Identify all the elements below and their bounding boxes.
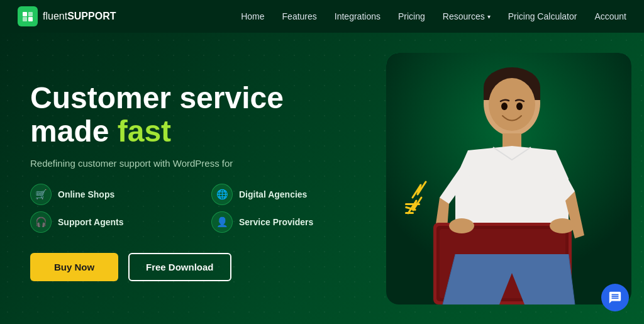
- svg-rect-0: [23, 12, 27, 16]
- chat-icon: [608, 291, 622, 304]
- hero-content: Customer service made fast Redefining cu…: [0, 33, 380, 324]
- feature-support-agents: 🎧 Support Agents: [30, 211, 199, 233]
- feature-digital-agencies: 🌐 Digital Agencies: [211, 184, 380, 205]
- svg-point-11: [516, 103, 523, 110]
- hero-image-container: [386, 53, 631, 304]
- chat-support-bubble[interactable]: [601, 284, 629, 311]
- free-download-button[interactable]: Free Download: [128, 253, 231, 281]
- logo-icon: [18, 6, 38, 26]
- nav-link-resources[interactable]: Resources ▾: [443, 11, 491, 21]
- feature-list: 🛒 Online Shops 🌐 Digital Agencies 🎧 Supp…: [30, 184, 380, 233]
- nav-item-home[interactable]: Home: [241, 11, 264, 22]
- feature-service-providers: 👤 Service Providers: [211, 211, 380, 233]
- hero-section: Customer service made fast Redefining cu…: [0, 33, 644, 324]
- hero-subtext: Redefining customer support with WordPre…: [30, 158, 380, 169]
- digital-agencies-label: Digital Agencies: [239, 189, 307, 199]
- svg-point-9: [489, 78, 535, 131]
- accent-decoration: [405, 203, 420, 216]
- hero-person-illustration: [386, 53, 631, 304]
- nav-link-home[interactable]: Home: [241, 11, 264, 21]
- nav-item-integrations[interactable]: Integrations: [335, 11, 380, 22]
- svg-rect-1: [28, 12, 33, 16]
- nav-item-account[interactable]: Account: [594, 11, 626, 22]
- service-providers-label: Service Providers: [239, 217, 313, 227]
- svg-point-16: [449, 218, 474, 233]
- logo[interactable]: fluentSUPPORT: [18, 6, 116, 26]
- nav-link-integrations[interactable]: Integrations: [335, 11, 380, 21]
- hero-image-panel: [380, 33, 644, 324]
- nav-link-pricing-calculator[interactable]: Pricing Calculator: [508, 11, 577, 21]
- nav-item-features[interactable]: Features: [282, 11, 317, 22]
- chevron-down-icon: ▾: [487, 13, 491, 20]
- svg-point-17: [550, 218, 575, 233]
- svg-rect-2: [23, 17, 27, 21]
- accent-line-1: [405, 203, 420, 205]
- navbar: fluentSUPPORT Home Features Integrations…: [0, 0, 644, 33]
- online-shops-label: Online Shops: [58, 189, 114, 199]
- service-providers-icon: 👤: [211, 211, 233, 233]
- support-agents-label: Support Agents: [58, 217, 123, 227]
- accent-line-2: [405, 206, 416, 211]
- accent-line-3: [405, 212, 414, 214]
- nav-link-pricing[interactable]: Pricing: [398, 11, 425, 21]
- nav-link-account[interactable]: Account: [594, 11, 626, 21]
- nav-item-pricing-calculator[interactable]: Pricing Calculator: [508, 11, 577, 22]
- nav-item-pricing[interactable]: Pricing: [398, 11, 425, 22]
- nav-links: Home Features Integrations Pricing Resou…: [241, 11, 626, 22]
- cta-buttons: Buy Now Free Download: [30, 253, 380, 281]
- online-shops-icon: 🛒: [30, 184, 52, 205]
- svg-rect-3: [28, 17, 33, 21]
- digital-agencies-icon: 🌐: [211, 184, 233, 205]
- nav-item-resources[interactable]: Resources ▾: [443, 11, 491, 21]
- hero-headline: Customer service made fast: [30, 82, 380, 148]
- svg-point-10: [501, 103, 508, 110]
- feature-online-shops: 🛒 Online Shops: [30, 184, 199, 205]
- buy-now-button[interactable]: Buy Now: [30, 253, 118, 281]
- logo-text: fluentSUPPORT: [43, 11, 116, 22]
- nav-link-features[interactable]: Features: [282, 11, 317, 21]
- support-agents-icon: 🎧: [30, 211, 52, 233]
